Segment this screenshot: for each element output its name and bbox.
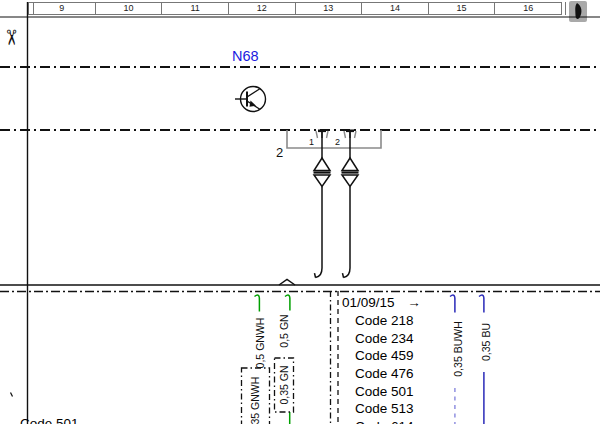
- code-item: Code 218: [355, 312, 421, 330]
- code-item: Code 459: [355, 347, 421, 365]
- wiring-diagram-page: 9 10 11 12 13 14 15 16 ✂ N68: [0, 0, 600, 424]
- suppressor-diode-icon: [314, 138, 331, 278]
- pin-label-2: 2: [335, 138, 340, 147]
- pin-label-1: 1: [309, 138, 314, 147]
- harness-caret: [279, 280, 295, 286]
- connector-bracket: [287, 130, 381, 148]
- wire-label-boxed: 0,35 GN: [279, 365, 290, 404]
- wire-label: 0,35 BUWH: [453, 321, 464, 376]
- bottom-code-label: Code 501: [20, 416, 79, 424]
- wire-label: 0,5 GNWH: [255, 318, 266, 369]
- wire-label: 0,35 BU: [481, 323, 492, 361]
- wire-label-boxed: 0,35 GNWH: [250, 377, 261, 424]
- code-item: Code 476: [355, 365, 421, 383]
- wire-label: 0,5 GN: [279, 314, 290, 347]
- code-item: Code 501: [355, 383, 421, 401]
- stray-mark: [11, 393, 13, 397]
- date-label: 01/09/15: [342, 295, 395, 310]
- wire-end-hook: [315, 268, 323, 278]
- code-item: Code 614: [355, 418, 421, 424]
- code-item: Code 513: [355, 400, 421, 418]
- code-item: Code 234: [355, 330, 421, 348]
- wire-green-1: [255, 295, 260, 311]
- code-list: 01/09/15 → Code 218 Code 234 Code 459 Co…: [342, 293, 421, 424]
- suppressor-diode-icon: [342, 138, 359, 278]
- transistor-icon: [235, 87, 266, 112]
- arrow-right-icon: →: [407, 295, 421, 310]
- schematic-linework: [0, 0, 600, 424]
- wire-end-hook: [343, 268, 351, 278]
- connector-number: 2: [276, 146, 283, 159]
